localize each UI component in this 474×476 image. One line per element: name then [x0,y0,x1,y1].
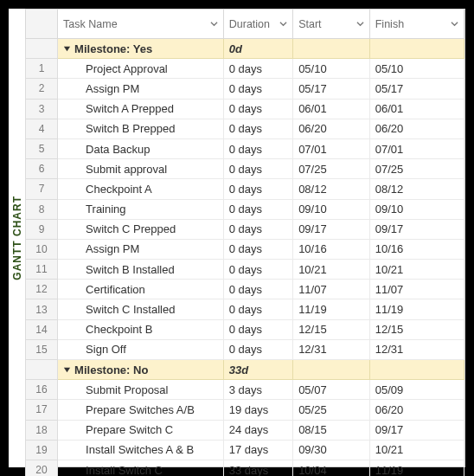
start-cell[interactable]: 09/17 [293,219,370,239]
rownum-cell[interactable]: 6 [26,159,58,179]
start-cell[interactable]: 07/01 [293,138,370,158]
finish-cell[interactable]: 06/20 [369,119,464,138]
rownum-cell[interactable]: 9 [26,219,58,239]
rownum-cell[interactable]: 15 [26,339,58,359]
finish-cell[interactable]: 08/12 [369,179,464,199]
table-row[interactable]: 4Switch B Prepped0 days06/2006/20 [26,119,464,138]
duration-cell[interactable]: 0 days [223,59,292,79]
task-cell[interactable]: Install Switches A & B [58,440,224,460]
table-row[interactable]: 16Submit Proposal3 days05/0705/09 [26,380,464,400]
finish-cell[interactable]: 12/31 [369,339,464,359]
table-row[interactable]: 8Training0 days09/1009/10 [26,199,464,219]
duration-cell[interactable]: 33 days [223,460,292,476]
group-row-yes[interactable]: Milestone: Yes 0d [26,39,464,59]
start-cell[interactable]: 09/30 [293,440,370,460]
duration-cell[interactable]: 0 days [223,319,292,339]
finish-cell[interactable]: 11/19 [369,460,464,476]
table-row[interactable]: 11Switch B Installed0 days10/2110/21 [26,260,464,280]
rownum-cell[interactable]: 1 [26,59,58,79]
task-cell[interactable]: Training [58,199,224,219]
finish-cell[interactable]: 11/07 [369,280,464,299]
table-row[interactable]: 10Assign PM0 days10/1610/16 [26,239,464,259]
start-cell[interactable]: 07/25 [293,159,370,179]
collapse-icon[interactable] [63,366,71,374]
task-cell[interactable]: Sign Off [58,339,224,359]
task-cell[interactable]: Switch B Prepped [58,119,224,138]
table-row[interactable]: 6Submit approval0 days07/2507/25 [26,159,464,179]
task-cell[interactable]: Certification [58,280,224,299]
rownum-cell[interactable]: 2 [26,79,58,99]
rownum-cell[interactable]: 8 [26,199,58,219]
start-cell[interactable]: 05/17 [293,79,370,99]
duration-cell[interactable]: 0 days [223,280,292,299]
table-row[interactable]: 7Checkpoint A0 days08/1208/12 [26,179,464,199]
finish-cell[interactable]: 05/17 [369,79,464,99]
finish-cell[interactable]: 05/10 [369,59,464,79]
duration-cell[interactable]: 0 days [223,79,292,99]
start-cell[interactable]: 05/07 [293,380,370,400]
rownum-cell[interactable] [26,360,58,380]
chevron-down-icon[interactable] [210,20,218,28]
finish-cell[interactable]: 09/10 [369,199,464,219]
duration-cell[interactable]: 0 days [223,339,292,359]
start-cell[interactable]: 11/19 [293,299,370,319]
finish-cell[interactable]: 10/21 [369,260,464,280]
header-rownum[interactable] [26,10,58,39]
table-row[interactable]: 2Assign PM0 days05/1705/17 [26,79,464,99]
task-cell[interactable]: Checkpoint B [58,319,224,339]
rownum-cell[interactable]: 5 [26,138,58,158]
task-cell[interactable]: Assign PM [58,79,224,99]
table-row[interactable]: 15Sign Off0 days12/3112/31 [26,339,464,359]
group-row-no[interactable]: Milestone: No 33d [26,360,464,380]
start-cell[interactable]: 08/15 [293,420,370,440]
rownum-cell[interactable]: 14 [26,319,58,339]
task-cell[interactable]: Install Switch C [58,460,224,476]
duration-cell[interactable]: 0 days [223,119,292,138]
finish-cell[interactable]: 05/09 [369,380,464,400]
rownum-cell[interactable]: 7 [26,179,58,199]
finish-cell[interactable]: 06/01 [369,99,464,119]
start-cell[interactable]: 12/31 [293,339,370,359]
task-cell[interactable]: Switch B Installed [58,260,224,280]
task-cell[interactable]: Assign PM [58,239,224,259]
rownum-cell[interactable]: 16 [26,380,58,400]
duration-cell[interactable]: 0 days [223,99,292,119]
start-cell[interactable]: 10/04 [293,460,370,476]
finish-cell[interactable]: 06/20 [369,400,464,420]
duration-cell[interactable]: 0 days [223,199,292,219]
header-duration[interactable]: Duration [223,10,292,39]
finish-cell[interactable]: 10/21 [369,440,464,460]
task-cell[interactable]: Checkpoint A [58,179,224,199]
table-row[interactable]: 14Checkpoint B0 days12/1512/15 [26,319,464,339]
duration-cell[interactable]: 0 days [223,260,292,280]
duration-cell[interactable]: 0 days [223,219,292,239]
duration-cell[interactable]: 19 days [223,400,292,420]
finish-cell[interactable]: 09/17 [369,420,464,440]
finish-cell[interactable]: 07/25 [369,159,464,179]
chevron-down-icon[interactable] [279,20,287,28]
task-cell[interactable]: Submit Proposal [58,380,224,400]
task-cell[interactable]: Switch A Prepped [58,99,224,119]
start-cell[interactable]: 12/15 [293,319,370,339]
start-cell[interactable]: 10/16 [293,239,370,259]
task-cell[interactable]: Data Backup [58,138,224,158]
rownum-cell[interactable]: 17 [26,400,58,420]
duration-cell[interactable]: 0 days [223,159,292,179]
table-row[interactable]: 12Certification0 days11/0711/07 [26,280,464,299]
table-row[interactable]: 9Switch C Prepped0 days09/1709/17 [26,219,464,239]
chevron-down-icon[interactable] [356,20,364,28]
rownum-cell[interactable]: 12 [26,280,58,299]
table-row[interactable]: 20Install Switch C33 days10/0411/19 [26,460,464,476]
start-cell[interactable]: 06/20 [293,119,370,138]
duration-cell[interactable]: 0 days [223,138,292,158]
start-cell[interactable]: 08/12 [293,179,370,199]
rownum-cell[interactable]: 20 [26,460,58,476]
start-cell[interactable]: 05/25 [293,400,370,420]
duration-cell[interactable]: 3 days [223,380,292,400]
table-row[interactable]: 18Prepare Switch C24 days08/1509/17 [26,420,464,440]
start-cell[interactable]: 10/21 [293,260,370,280]
finish-cell[interactable]: 11/19 [369,299,464,319]
header-task[interactable]: Task Name [58,10,224,39]
rownum-cell[interactable]: 18 [26,420,58,440]
finish-cell[interactable]: 09/17 [369,219,464,239]
